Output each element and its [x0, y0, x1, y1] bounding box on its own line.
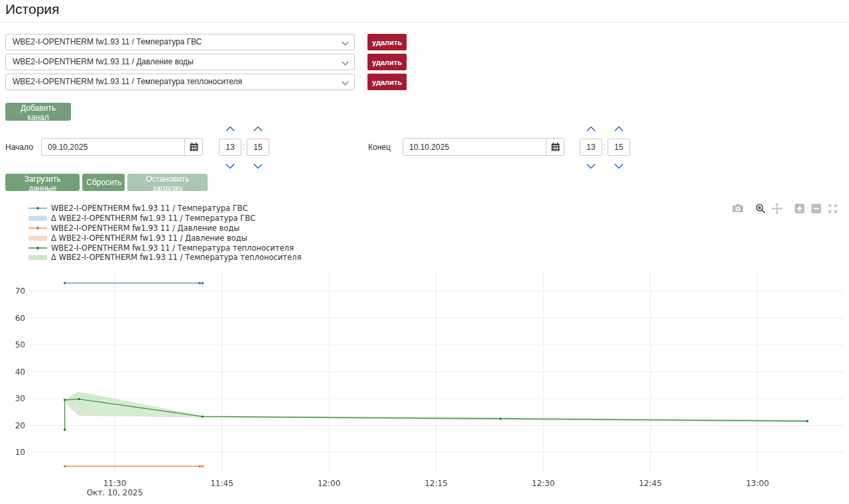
channel-select[interactable]: WBE2-I-OPENTHERM fw1.93 11 / Температура… [5, 34, 355, 50]
channel-select[interactable]: WBE2-I-OPENTHERM fw1.93 11 / Температура… [5, 74, 355, 90]
zoom-icon [755, 203, 766, 214]
x-tick-label: 11:45 [210, 479, 233, 488]
delete-channel-button[interactable]: удалить [367, 54, 407, 70]
data-point [64, 465, 66, 467]
reset-button[interactable]: Сбросить [82, 174, 125, 191]
data-point [78, 398, 80, 400]
end-minute-down-button[interactable] [614, 160, 624, 169]
legend-band-swatch [28, 234, 48, 242]
chart-legend: WBE2-I-OPENTHERM fw1.93 11 / Температура… [28, 204, 301, 263]
x-tick-label: 12:00 [318, 479, 341, 488]
start-date-input[interactable] [42, 139, 184, 155]
channel-row: WBE2-I-OPENTHERM fw1.93 11 / Температура… [0, 34, 849, 50]
end-minute-up-button[interactable] [614, 125, 624, 133]
chevron-down-icon [342, 39, 349, 46]
chevron-down-icon [614, 160, 623, 169]
end-hour-input[interactable] [580, 139, 602, 156]
start-minute-down-button[interactable] [253, 160, 263, 169]
x-tick-label: 11:30 [103, 479, 127, 488]
start-label: Начало [5, 143, 33, 152]
time-separator: : [604, 142, 606, 151]
zoom-out-icon [811, 203, 822, 214]
legend-item[interactable]: Δ WBE2-I-OPENTHERM fw1.93 11 / Давление … [28, 233, 301, 243]
end-label: Конец [368, 143, 391, 152]
chevron-down-icon [226, 160, 235, 169]
channel-row: WBE2-I-OPENTHERM fw1.93 11 / Температура… [0, 74, 849, 90]
y-tick-label: 40 [15, 367, 25, 377]
end-calendar-button[interactable] [546, 139, 564, 155]
legend-item[interactable]: Δ WBE2-I-OPENTHERM fw1.93 11 / Температу… [28, 214, 301, 223]
end-hour-up-button[interactable] [586, 125, 596, 133]
history-chart: 1020304050607011:30Окт. 10, 202511:4512:… [0, 198, 849, 504]
camera-button[interactable] [730, 201, 746, 216]
camera-icon [732, 203, 744, 214]
x-date-label: Окт. 10, 2025 [87, 488, 143, 497]
end-minute-input[interactable] [608, 139, 630, 156]
legend-line-swatch [28, 204, 48, 212]
y-tick-label: 50 [15, 340, 25, 349]
legend-item[interactable]: WBE2-I-OPENTHERM fw1.93 11 / Температура… [28, 204, 301, 214]
start-minute-up-button[interactable] [253, 125, 263, 133]
start-date-group [41, 138, 203, 156]
data-point [807, 420, 809, 422]
channel-select-value: WBE2-I-OPENTHERM fw1.93 11 / Температура… [13, 37, 202, 46]
add-channel-button[interactable]: Добавить канал [5, 103, 71, 121]
chevron-up-icon [253, 126, 263, 135]
zoom-in-icon [794, 203, 805, 214]
legend-label: WBE2-I-OPENTHERM fw1.93 11 / Температура… [51, 204, 248, 213]
legend-band-swatch [28, 214, 48, 222]
time-separator: : [243, 142, 245, 151]
legend-label: WBE2-I-OPENTHERM fw1.93 11 / Давление во… [51, 223, 239, 233]
data-point [202, 465, 204, 467]
start-minute-input[interactable] [247, 139, 269, 156]
legend-item[interactable]: Δ WBE2-I-OPENTHERM fw1.93 11 / Температу… [28, 253, 301, 263]
autoscale-icon [827, 203, 838, 214]
zoom-button[interactable] [752, 201, 769, 216]
chevron-down-icon [586, 160, 596, 169]
legend-label: Δ WBE2-I-OPENTHERM fw1.93 11 / Температу… [51, 253, 301, 262]
pan-button[interactable] [769, 201, 785, 216]
x-tick-label: 12:45 [639, 479, 662, 488]
calendar-icon [551, 143, 560, 151]
data-point [198, 282, 200, 284]
end-hour-down-button[interactable] [586, 160, 596, 169]
load-data-button[interactable]: Загрузить данные [5, 174, 80, 191]
start-hour-up-button[interactable] [225, 125, 235, 133]
y-tick-label: 60 [15, 314, 25, 323]
data-point [499, 418, 501, 420]
end-date-group [403, 138, 564, 156]
start-hour-input[interactable] [219, 139, 241, 156]
autoscale-button[interactable] [824, 201, 841, 216]
chevron-up-icon [614, 126, 623, 135]
channel-select[interactable]: WBE2-I-OPENTHERM fw1.93 11 / Давление во… [5, 54, 355, 70]
delete-channel-button[interactable]: удалить [367, 74, 407, 90]
calendar-icon [190, 143, 198, 151]
channel-select-value: WBE2-I-OPENTHERM fw1.93 11 / Температура… [13, 77, 242, 86]
data-point [202, 415, 204, 417]
chart-modebar [730, 201, 841, 216]
chevron-up-icon [586, 126, 596, 135]
x-tick-label: 12:30 [532, 479, 555, 488]
end-date-input[interactable] [403, 139, 546, 155]
zoom-out-button[interactable] [808, 201, 824, 216]
chevron-down-icon [253, 160, 263, 169]
start-hour-down-button[interactable] [225, 160, 235, 169]
legend-item[interactable]: WBE2-I-OPENTHERM fw1.93 11 / Температура… [28, 243, 301, 253]
x-tick-label: 12:15 [424, 479, 448, 488]
data-point [202, 282, 204, 284]
chevron-down-icon [342, 59, 349, 66]
legend-label: Δ WBE2-I-OPENTHERM fw1.93 11 / Температу… [51, 214, 255, 223]
page-title: История [5, 1, 59, 17]
y-tick-label: 20 [15, 421, 25, 430]
delete-channel-button[interactable]: удалить [367, 34, 407, 50]
y-tick-label: 10 [15, 448, 25, 457]
start-calendar-button[interactable] [184, 139, 202, 155]
legend-item[interactable]: WBE2-I-OPENTHERM fw1.93 11 / Давление во… [28, 223, 301, 233]
data-point [198, 465, 200, 467]
legend-line-swatch [28, 224, 48, 232]
zoom-in-button[interactable] [791, 201, 808, 216]
y-tick-label: 30 [15, 394, 25, 403]
pan-icon [771, 203, 783, 214]
data-point [64, 399, 66, 401]
y-tick-label: 70 [15, 286, 25, 296]
